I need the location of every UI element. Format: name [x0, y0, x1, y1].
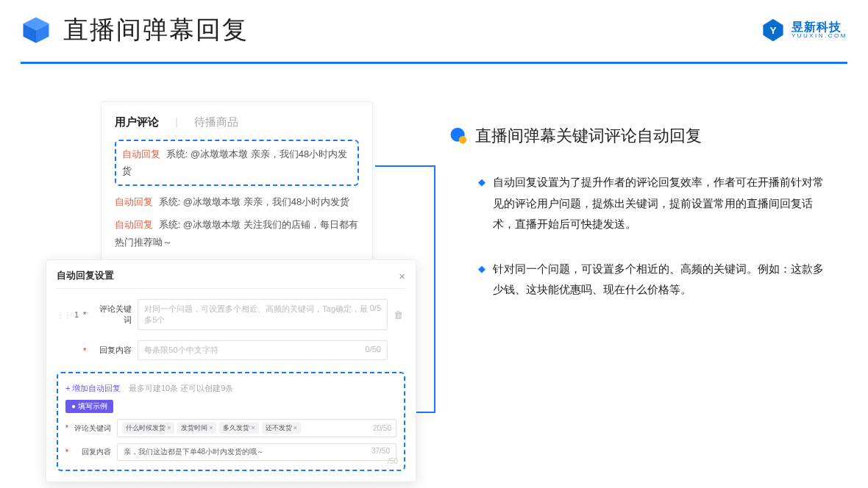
example-keyword-row: * 评论关键词 什么时候发货× 发货时间× 多久发货× 还不发货× 20/50	[65, 419, 396, 437]
svg-point-6	[459, 136, 466, 143]
auto-reply-settings-modal: 自动回复设置 × ⋮⋮ 1 * 评论关键词 对同一个问题，可设置多个相近、高频的…	[46, 259, 416, 482]
comment-row: 自动回复 系统: @冰墩墩本墩 亲亲，我们48小时内发货	[122, 146, 352, 180]
reply-count: 0/50	[366, 345, 381, 356]
diamond-icon: ◆	[478, 172, 485, 235]
reply-input[interactable]: 每条限50个中文字符 0/50	[138, 340, 388, 360]
keyword-tag[interactable]: 多久发货×	[219, 423, 258, 434]
keyword-tag[interactable]: 还不发货×	[262, 423, 301, 434]
header-divider	[21, 62, 847, 64]
highlighted-comment: 自动回复 系统: @冰墩墩本墩 亲亲，我们48小时内发货	[115, 140, 359, 186]
point-text: 自动回复设置为了提升作者的评论回复效率，作者可在开播前针对常见的评论用户问题，提…	[493, 172, 831, 235]
example-reply-label: 回复内容	[74, 447, 111, 457]
close-icon[interactable]: ×	[399, 270, 405, 282]
brand-name: 昱新科技	[791, 21, 847, 34]
tab-user-comments[interactable]: 用户评论	[115, 115, 159, 129]
auto-reply-badge: 自动回复	[122, 148, 160, 159]
example-reply-count: 37/50	[371, 447, 390, 457]
keyword-tag[interactable]: 什么时候发货×	[122, 423, 174, 434]
screenshot-composite: 用户评论 | 待播商品 自动回复 系统: @冰墩墩本墩 亲亲，我们48小时内发货…	[46, 101, 421, 462]
add-note: 最多可建10条 还可以创建9条	[129, 384, 233, 392]
svg-text:Y: Y	[769, 25, 776, 36]
keyword-tag[interactable]: 发货时间×	[177, 423, 216, 434]
keyword-label: 评论关键词	[92, 304, 132, 326]
page-title: 直播间弹幕回复	[63, 13, 249, 47]
comment-row: 自动回复 系统: @冰墩墩本墩 亲亲，我们48小时内发货	[115, 193, 359, 210]
example-keyword-label: 评论关键词	[74, 423, 111, 434]
brand-logo-icon: Y	[761, 18, 786, 43]
point-text: 针对同一个问题，可设置多个相近的、高频的关键词。例如：这款多少钱、这块能优惠吗、…	[493, 259, 831, 301]
input-placeholder: 每条限50个中文字符	[144, 345, 218, 356]
tab-separator: |	[175, 115, 178, 129]
add-auto-reply-link[interactable]: + 增加自动回复	[65, 384, 121, 392]
drag-handle-icon[interactable]: ⋮⋮	[57, 311, 71, 319]
comment-row: 自动回复 系统: @冰墩墩本墩 关注我们的店铺，每日都有热门推荐呦～	[115, 216, 359, 251]
example-reply-row: * 回复内容 亲，我们这边都是下单48小时内发货的哦～ 37/50	[65, 443, 396, 461]
example-kw-count: 20/50	[373, 424, 391, 432]
cube-icon	[21, 15, 51, 46]
brand-sub: YUUXIN.COM	[791, 33, 847, 40]
bubble-icon	[449, 126, 468, 146]
auto-reply-badge: 自动回复	[115, 196, 153, 207]
modal-title: 自动回复设置	[57, 269, 114, 282]
reply-row: * 回复内容 每条限50个中文字符 0/50	[57, 340, 405, 360]
example-tag-input[interactable]: 什么时候发货× 发货时间× 多久发货× 还不发货× 20/50	[117, 419, 396, 437]
required-mark: *	[65, 448, 68, 456]
example-reply-input[interactable]: 亲，我们这边都是下单48小时内发货的哦～ 37/50	[117, 443, 396, 461]
brand: Y 昱新科技 YUUXIN.COM	[761, 18, 847, 43]
delete-icon[interactable]: 🗑	[394, 309, 405, 320]
section-head: 直播间弹幕关键词评论自动回复	[449, 125, 831, 147]
page-header: 直播间弹幕回复 Y 昱新科技 YUUXIN.COM	[21, 13, 847, 47]
modal-header: 自动回复设置 ×	[57, 269, 405, 289]
keyword-count: 0/5	[370, 304, 381, 326]
bullet-point: ◆ 针对同一个问题，可设置多个相近的、高频的关键词。例如：这款多少钱、这块能优惠…	[449, 259, 831, 301]
description-panel: 直播间弹幕关键词评论自动回复 ◆ 自动回复设置为了提升作者的评论回复效率，作者可…	[449, 125, 831, 324]
auto-reply-badge: 自动回复	[115, 219, 153, 230]
required-mark: *	[83, 310, 86, 319]
example-reply-text: 亲，我们这边都是下单48小时内发货的哦～	[124, 447, 264, 457]
section-title: 直播间弹幕关键词评论自动回复	[475, 125, 702, 147]
bullet-point: ◆ 自动回复设置为了提升作者的评论回复效率，作者可在开播前针对常见的评论用户问题…	[449, 172, 831, 235]
reply-label: 回复内容	[92, 345, 132, 356]
brand-text: 昱新科技 YUUXIN.COM	[791, 21, 847, 40]
keyword-input[interactable]: 对同一个问题，可设置多个相近、高频的关键词，Tag确定，最多5个 0/5	[138, 299, 388, 330]
diamond-icon: ◆	[478, 259, 485, 301]
header-left: 直播间弹幕回复	[21, 13, 249, 47]
input-placeholder: 对同一个问题，可设置多个相近、高频的关键词，Tag确定，最多5个	[144, 304, 369, 326]
example-box: + 增加自动回复 最多可建10条 还可以创建9条 ● 填写示例 * 评论关键词 …	[57, 372, 405, 471]
keyword-row: ⋮⋮ 1 * 评论关键词 对同一个问题，可设置多个相近、高频的关键词，Tag确定…	[57, 299, 405, 330]
comments-card: 用户评论 | 待播商品 自动回复 系统: @冰墩墩本墩 亲亲，我们48小时内发货…	[101, 101, 373, 268]
row-index: ⋮⋮ 1	[57, 310, 77, 319]
example-badge: ● 填写示例	[65, 400, 113, 413]
tab-pending-products[interactable]: 待播商品	[194, 115, 238, 129]
connector-line	[434, 165, 435, 412]
required-mark: *	[83, 346, 86, 355]
tag-list: 什么时候发货× 发货时间× 多久发货× 还不发货×	[122, 423, 301, 434]
tabs: 用户评论 | 待播商品	[115, 115, 359, 129]
comment-text: 系统: @冰墩墩本墩 亲亲，我们48小时内发货	[159, 196, 350, 207]
required-mark: *	[65, 424, 68, 432]
overflow-count: /50	[388, 457, 398, 465]
